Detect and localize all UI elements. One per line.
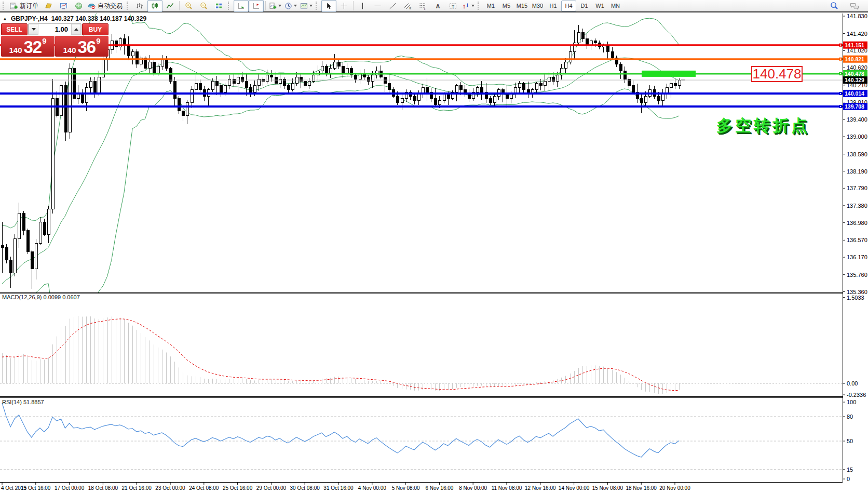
- svg-text:29 Oct 00:00: 29 Oct 00:00: [256, 485, 287, 491]
- timeframe-button-MN[interactable]: MN: [608, 1, 623, 11]
- chart-canvas[interactable]: 141.830141.420141.020140.620140.210139.8…: [0, 14, 868, 493]
- new-order-button[interactable]: 新订单: [8, 0, 41, 12]
- price-badge: 141.151: [839, 42, 867, 49]
- timeframe-button-M1[interactable]: M1: [483, 1, 498, 11]
- chart-window: 141.830141.420141.020140.620140.210139.8…: [0, 14, 868, 493]
- timeframe-button-M30[interactable]: M30: [530, 1, 545, 11]
- autotrading-button[interactable]: 自动交易: [86, 0, 125, 12]
- publish-chart-button[interactable]: [56, 0, 71, 12]
- zoom-out-button[interactable]: [196, 0, 211, 12]
- auto-scroll-icon: [237, 2, 245, 10]
- svg-text:15 Nov 08:00: 15 Nov 08:00: [592, 485, 623, 491]
- volume-up-button[interactable]: [71, 24, 81, 35]
- tile-windows-button[interactable]: [211, 0, 226, 12]
- timeframe-button-W1[interactable]: W1: [592, 1, 607, 11]
- svg-text:141.420: 141.420: [847, 31, 867, 37]
- price-axis: 141.830141.420141.020140.620140.210139.8…: [843, 14, 867, 482]
- crosshair-icon: [340, 2, 348, 10]
- timeframe-toolbar: M1M5M15M30H1H4D1W1MN: [483, 1, 623, 11]
- autotrading-icon: [88, 2, 96, 10]
- candlestick-chart-button[interactable]: [147, 0, 162, 12]
- volume-down-button[interactable]: [29, 24, 38, 35]
- timeframe-button-D1[interactable]: D1: [577, 1, 592, 11]
- timeframe-button-M15[interactable]: M15: [514, 1, 530, 11]
- svg-text:5 Nov 08:00: 5 Nov 08:00: [392, 485, 420, 491]
- svg-text:6 Nov 16:00: 6 Nov 16:00: [425, 485, 453, 491]
- price-badge: 140.014: [839, 90, 867, 97]
- buy-button[interactable]: BUY: [82, 23, 108, 35]
- crosshair-tool-button[interactable]: [336, 0, 351, 12]
- toolbar-grip[interactable]: [127, 2, 130, 10]
- zoom-in-button[interactable]: [181, 0, 196, 12]
- svg-text:0: 0: [847, 476, 850, 482]
- svg-text:24 Oct 08:00: 24 Oct 08:00: [189, 485, 219, 491]
- dropdown-caret-icon: [294, 5, 297, 7]
- arrows-icon: [462, 2, 470, 10]
- one-click-trading-panel: SELL BUY 140 32 9 140 36 9: [1, 23, 108, 57]
- toolbar-grip[interactable]: [316, 2, 319, 10]
- toolbar: 新订单 自动交易: [0, 0, 868, 12]
- price-level-callout[interactable]: 140.478: [751, 66, 803, 82]
- turning-point-annotation: 多空转折点: [716, 115, 810, 137]
- chat-button[interactable]: [847, 0, 862, 12]
- cursor-tool-button[interactable]: [321, 0, 336, 12]
- fibonacci-tool-button[interactable]: F: [415, 0, 430, 12]
- sell-price-display[interactable]: 140 32 9: [1, 36, 55, 57]
- line-chart-button[interactable]: [162, 0, 178, 12]
- line-chart-icon: [166, 2, 174, 10]
- toolbar-separator: [265, 1, 266, 10]
- toolbar-grip[interactable]: [478, 2, 481, 10]
- arrows-tool-button[interactable]: [460, 0, 476, 12]
- channel-icon: E: [404, 2, 412, 10]
- templates-button[interactable]: [299, 0, 314, 12]
- bar-chart-button[interactable]: [132, 0, 147, 12]
- svg-text:135.760: 135.760: [847, 272, 867, 278]
- svg-text:80: 80: [847, 414, 853, 420]
- horizontal-line-tool-button[interactable]: [370, 0, 385, 12]
- periods-button[interactable]: [283, 0, 299, 12]
- svg-text:18 Oct 08:00: 18 Oct 08:00: [88, 485, 118, 491]
- market-watch-button[interactable]: [41, 0, 56, 12]
- svg-text:136.170: 136.170: [847, 254, 867, 260]
- volume-stepper: [28, 23, 82, 35]
- timeframe-button-H1[interactable]: H1: [546, 1, 561, 11]
- svg-text:25 Oct 16:00: 25 Oct 16:00: [223, 485, 253, 491]
- svg-text:136.980: 136.980: [847, 220, 867, 226]
- mt4-window: 新订单 自动交易: [0, 0, 868, 493]
- trendline-tool-button[interactable]: [385, 0, 400, 12]
- time-axis: 4 Oct 201915 Oct 16:0017 Oct 00:0018 Oct…: [1, 483, 690, 491]
- toolbar-grip[interactable]: [3, 2, 6, 10]
- svg-text:15 Oct 16:00: 15 Oct 16:00: [21, 485, 51, 491]
- chart-shift-button[interactable]: [249, 0, 264, 12]
- channel-tool-button[interactable]: E: [400, 0, 415, 12]
- macd-signal-line: [2, 319, 679, 391]
- buy-price-display[interactable]: 140 36 9: [55, 36, 108, 57]
- svg-text:4 Nov 00:00: 4 Nov 00:00: [358, 485, 386, 491]
- zoom-out-icon: [200, 2, 208, 10]
- auto-scroll-button[interactable]: [234, 0, 249, 12]
- toolbar-grip[interactable]: [228, 2, 232, 10]
- label-tool-button[interactable]: T: [445, 0, 460, 12]
- timeframe-button-M5[interactable]: M5: [499, 1, 514, 11]
- vertical-line-tool-button[interactable]: [355, 0, 370, 12]
- signals-button[interactable]: [71, 0, 86, 12]
- price-badge: 140.821: [839, 56, 867, 63]
- bar-chart-icon: [136, 2, 144, 10]
- svg-text:141.830: 141.830: [847, 14, 867, 19]
- text-tool-button[interactable]: A: [430, 0, 445, 12]
- dropdown-caret-icon: [471, 5, 474, 7]
- svg-text:140.478: 140.478: [845, 71, 864, 77]
- new-chart-button[interactable]: [267, 0, 283, 12]
- sell-button[interactable]: SELL: [1, 23, 28, 35]
- svg-text:140.821: 140.821: [845, 56, 864, 62]
- svg-text:E: E: [410, 6, 412, 9]
- chart-shift-icon: [252, 2, 260, 10]
- volume-input[interactable]: [38, 24, 71, 35]
- timeframe-button-H4[interactable]: H4: [561, 1, 576, 11]
- collapse-toggle[interactable]: ▲: [3, 16, 7, 21]
- price-badge: 139.708: [839, 103, 867, 110]
- price-badge: 140.329: [843, 76, 867, 84]
- search-button[interactable]: [826, 0, 842, 12]
- fibonacci-icon: F: [419, 2, 427, 10]
- macd-indicator-label: MACD(12,26,9) 0.0099 0.0607: [2, 294, 80, 300]
